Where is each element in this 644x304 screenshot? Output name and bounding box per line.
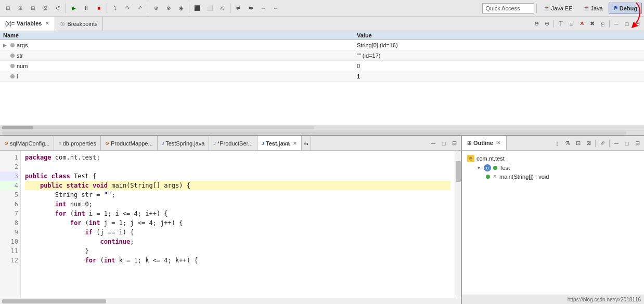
h-scrollbar-track[interactable]: [2, 126, 314, 129]
var-value-args: String[0] (id=16): [357, 42, 641, 48]
code-content[interactable]: package com.nt.test; public class Test {…: [21, 151, 455, 298]
code-editor: 1 2 3 4 5 6 7 8 9 10 11 12 package com.n…: [0, 151, 461, 298]
quick-access-input[interactable]: Quick Access: [482, 3, 534, 14]
editor-h-scrollbar[interactable]: [0, 298, 461, 304]
toolbar-btn-2[interactable]: ⊞: [15, 3, 26, 14]
h-scroll-hint-2[interactable]: [0, 130, 644, 135]
h-scrollbar-thumb[interactable]: [2, 126, 33, 129]
toolbar-more-6[interactable]: ⛭: [216, 3, 228, 14]
disconnect-btn[interactable]: ✕: [577, 19, 586, 29]
toolbar-more-7[interactable]: ⇄: [233, 3, 244, 14]
link-editor-btn[interactable]: ⇗: [598, 139, 607, 148]
toolbar-more-2[interactable]: ⊗: [163, 3, 174, 14]
editor-max-btn[interactable]: □: [439, 139, 448, 148]
editor-restore-btn[interactable]: ⊟: [449, 139, 459, 148]
table-row[interactable]: ▶ i 1: [0, 71, 644, 82]
scroll-up[interactable]: [455, 151, 461, 160]
tab-variables[interactable]: (x)= Variables ✕: [0, 17, 55, 31]
debug-step-return[interactable]: ↶: [134, 3, 146, 14]
tab-outline[interactable]: ⊞ Outline ✕: [462, 136, 507, 150]
tab-productmapper[interactable]: ⚙ ProductMappe...: [101, 136, 158, 150]
copy-btn[interactable]: ⎘: [598, 19, 607, 29]
maximize-btn[interactable]: □: [622, 19, 632, 29]
toolbar-more-10[interactable]: ←: [270, 3, 281, 14]
h-scrollbar-track2[interactable]: [2, 131, 626, 135]
status-url: https://blog.csdn.net/yx2018116: [568, 297, 641, 302]
code-line: for (int k = 1; k <= 4; k++) {: [25, 256, 450, 265]
sort-btn[interactable]: ↕: [552, 139, 562, 148]
java-icon: ☕: [583, 5, 589, 11]
toolbar-more-1[interactable]: ⊕: [150, 3, 162, 14]
method-dot-green: [486, 175, 490, 179]
toolbar-btn-4[interactable]: ⊠: [40, 3, 51, 14]
tab-breakpoints[interactable]: ◎ Breakpoints: [55, 17, 103, 31]
perspective-debug[interactable]: ⚑ Debug: [609, 3, 642, 14]
tab-close-icon[interactable]: ✕: [45, 21, 49, 26]
editor-scrollbar-v[interactable]: [455, 151, 461, 298]
hide-fields-btn[interactable]: ⊡: [573, 139, 583, 148]
package-name: com.nt.test: [476, 155, 505, 162]
stop-btn[interactable]: ■: [93, 3, 105, 14]
tab-productser[interactable]: J *ProductSer...: [209, 136, 257, 150]
toolbar-btn-5[interactable]: ↺: [52, 3, 63, 14]
show-logical-btn[interactable]: ≡: [566, 19, 576, 29]
collapse-all-btn[interactable]: ⊖: [532, 19, 541, 29]
var-name-args: ▶ args: [3, 42, 357, 48]
toolbar-more-8[interactable]: ⇆: [245, 3, 256, 14]
expand-all-btn[interactable]: ⊕: [542, 19, 551, 29]
sep: [553, 20, 554, 28]
outline-restore-btn[interactable]: ⊟: [633, 139, 642, 148]
toolbar-btn-3[interactable]: ⊟: [27, 3, 38, 14]
hide-static-btn[interactable]: ⊠: [584, 139, 593, 148]
editor-min-btn[interactable]: ─: [429, 139, 438, 148]
outline-item-package[interactable]: ⊞ com.nt.test: [465, 154, 641, 163]
outline-min-btn[interactable]: ─: [612, 139, 621, 148]
class-icon: C: [484, 164, 491, 171]
toolbar-more-4[interactable]: ⬛: [191, 3, 203, 14]
package-icon: ⊞: [467, 155, 474, 162]
tab-sqlmap[interactable]: ⚙ sqlMapConfig...: [0, 136, 54, 150]
h-scroll-thumb[interactable]: [2, 299, 106, 303]
outline-item-method[interactable]: S main(String[]) : void: [484, 173, 641, 181]
expand-icon[interactable]: ▶: [3, 43, 8, 48]
line-num: 7: [0, 209, 18, 218]
tab-testspring[interactable]: J TestSpring.java: [158, 136, 210, 150]
run-btn[interactable]: ▶: [68, 3, 80, 14]
toolbar-sep-6: [536, 4, 537, 13]
outline-tab-bar-right: ↕ ⚗ ⊡ ⊠ ⇗ ─ □ ⊟: [552, 136, 644, 150]
filter-btn[interactable]: ⚗: [563, 139, 572, 148]
toolbar-more-9[interactable]: →: [257, 3, 269, 14]
toolbar-more-3[interactable]: ◉: [175, 3, 187, 14]
tab-overflow[interactable]: »₃: [302, 136, 311, 150]
var-name-num: ▶ num: [3, 63, 357, 69]
editor-tab-bar-right: ─ □ ⊟: [429, 136, 461, 150]
restore-btn[interactable]: ⊟: [633, 19, 642, 29]
sep2: [609, 20, 610, 28]
table-row[interactable]: ▶ num 0: [0, 61, 644, 71]
h-scroll-hint[interactable]: [0, 125, 644, 130]
debug-step-btn[interactable]: ⤵: [109, 3, 121, 14]
show-type-names-btn[interactable]: 𝕋: [556, 19, 565, 29]
code-line: String str = "";: [25, 190, 450, 200]
tab-db[interactable]: ≡ db.properties: [54, 136, 100, 150]
debug-step-over[interactable]: ↷: [122, 3, 133, 14]
perspective-java[interactable]: ☕ Java: [578, 3, 608, 14]
outline-close-icon[interactable]: ✕: [497, 140, 501, 146]
table-row[interactable]: ▶ args String[0] (id=16): [0, 40, 644, 50]
pause-btn[interactable]: ⏸: [81, 3, 92, 14]
remove-btn[interactable]: ✖: [587, 19, 597, 29]
toolbar-btn-1[interactable]: ⊡: [2, 3, 14, 14]
tab-testjava[interactable]: J Test.java ✕: [257, 136, 302, 150]
outline-item-class[interactable]: ▼ C Test: [474, 163, 641, 173]
expand-icon[interactable]: ▼: [476, 165, 482, 170]
editor-tab-bar-left: ⚙ sqlMapConfig... ≡ db.properties ⚙ Prod…: [0, 136, 311, 150]
table-row[interactable]: ▶ str "" (id=17): [0, 50, 644, 61]
perspective-java-ee[interactable]: ☕ Java EE: [539, 3, 577, 14]
java-file-icon: J: [162, 141, 164, 146]
scrollbar-thumb[interactable]: [456, 161, 461, 182]
outline-max-btn[interactable]: □: [622, 139, 632, 148]
outline-label: Outline: [473, 140, 493, 146]
toolbar-more-5[interactable]: ⬜: [204, 3, 215, 14]
tab-close-x[interactable]: ✕: [293, 141, 297, 146]
minimize-btn[interactable]: ─: [612, 19, 621, 29]
